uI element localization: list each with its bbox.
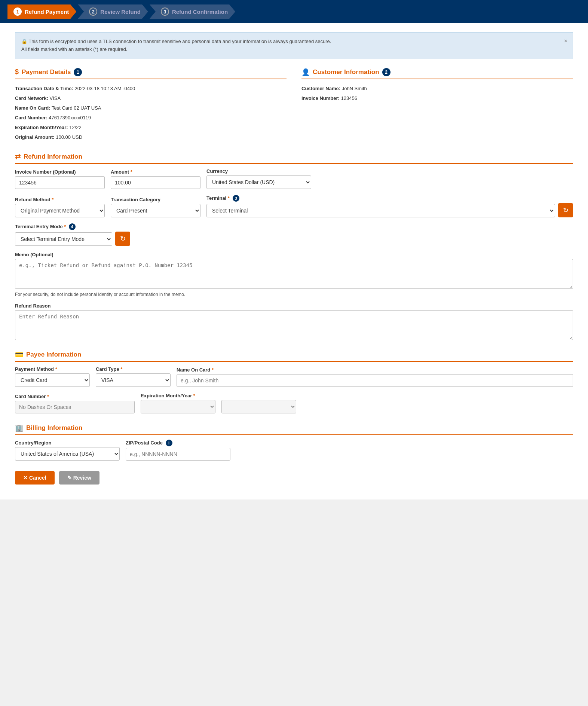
name-on-card-row: Name On Card: Test Card 02 UAT USA xyxy=(15,103,287,113)
exp-year-label xyxy=(221,393,296,398)
step-1: 1 Refund Payment xyxy=(7,4,76,19)
zip-input[interactable] xyxy=(126,448,230,461)
invoice-number-field-label: Invoice Number (Optional) xyxy=(15,169,105,175)
building-icon: 🏢 xyxy=(15,424,23,432)
refund-row-1: Invoice Number (Optional) Amount * Curre… xyxy=(15,168,573,189)
customer-info-table: Customer Name: JohN Smith Invoice Number… xyxy=(301,84,573,103)
amount-group: Amount * xyxy=(111,169,200,189)
currency-label: Currency xyxy=(206,168,311,174)
exp-year-select[interactable] xyxy=(221,400,296,413)
amount-label: Amount * xyxy=(111,169,200,175)
memo-row: Memo (Optional) For your security, do no… xyxy=(15,252,573,297)
terminal-label: Terminal * 3 xyxy=(206,195,573,202)
arrows-icon: ⇄ xyxy=(15,153,21,161)
billing-row-1: Country/Region United States of America … xyxy=(15,440,573,461)
entry-mode-info-badge: 4 xyxy=(69,223,76,230)
txn-date-row: Transaction Date & Time: 2022-03-18 10:1… xyxy=(15,84,287,94)
billing-info-title: Billing Information xyxy=(26,424,82,432)
top-info-row: $ Payment Details 1 Transaction Date & T… xyxy=(15,68,573,142)
payment-method-select[interactable]: Credit Card xyxy=(15,373,90,387)
amount-input[interactable] xyxy=(111,176,200,189)
country-group: Country/Region United States of America … xyxy=(15,440,120,461)
main-content: 🔒 This form is encrypted and uses a TLS … xyxy=(0,23,588,499)
card-network-label: Card Network: xyxy=(15,95,48,101)
exp-year-group xyxy=(221,393,296,413)
stepper-bar: 1 Refund Payment 2 Review Refund 3 Refun… xyxy=(0,0,588,23)
card-number-field-label: Card Number * xyxy=(15,394,135,399)
payee-info-section: 💳 Payee Information Payment Method * Cre… xyxy=(15,351,573,413)
payment-method-label: Payment Method * xyxy=(15,366,90,372)
refund-info-section: ⇄ Refund Information Invoice Number (Opt… xyxy=(15,153,573,340)
entry-mode-row: Select Terminal Entry Mode ↻ xyxy=(15,232,130,246)
step-1-num: 1 xyxy=(13,7,22,16)
close-alert-button[interactable]: × xyxy=(564,36,567,46)
name-on-card-field-label: Name On Card * xyxy=(177,367,573,373)
customer-name-label: Customer Name: xyxy=(301,86,340,91)
review-button[interactable]: ✎ Review xyxy=(59,471,99,485)
original-amount-value: 100.00 USD xyxy=(56,134,82,140)
dollar-icon: $ xyxy=(15,68,19,76)
invoice-number-input[interactable] xyxy=(15,176,105,189)
country-select[interactable]: United States of America (USA) xyxy=(15,447,120,461)
card-number-group: Card Number * xyxy=(15,394,135,413)
terminal-entry-mode-group: Terminal Entry Mode * 4 Select Terminal … xyxy=(15,223,130,246)
step-2-label: Review Refund xyxy=(100,9,141,15)
customer-info-badge: 2 xyxy=(382,68,391,76)
step-3-label: Refund Confirmation xyxy=(172,9,228,15)
card-type-group: Card Type * VISA xyxy=(96,366,171,387)
card-number-row: Card Number: 47617390xxxx0119 xyxy=(15,113,287,123)
payment-details-title: Payment Details xyxy=(22,68,71,76)
transaction-category-group: Transaction Category Card Present xyxy=(111,197,200,217)
card-network-row: Card Network: VISA xyxy=(15,94,287,103)
payment-details-col: $ Payment Details 1 Transaction Date & T… xyxy=(15,68,287,142)
customer-info-title: Customer Information xyxy=(313,68,379,76)
card-number-input[interactable] xyxy=(15,401,135,413)
memo-group: Memo (Optional) For your security, do no… xyxy=(15,252,573,297)
invoice-number-group: Invoice Number (Optional) xyxy=(15,169,105,189)
payment-details-header: $ Payment Details 1 xyxy=(15,68,287,79)
bottom-buttons: ✕ Cancel ✎ Review xyxy=(15,471,573,485)
refresh-terminal-button[interactable]: ↻ xyxy=(558,203,573,217)
refund-info-header: ⇄ Refund Information xyxy=(15,153,573,164)
invoice-number-row: Invoice Number: 123456 xyxy=(301,94,573,103)
refund-method-select[interactable]: Original Payment Method xyxy=(15,204,105,217)
exp-month-group: Expiration Month/Year * xyxy=(141,393,215,413)
name-on-card-value: Test Card 02 UAT USA xyxy=(52,105,101,111)
billing-info-header: 🏢 Billing Information xyxy=(15,424,573,435)
entry-mode-select[interactable]: Select Terminal Entry Mode xyxy=(15,232,112,246)
txn-date-value: 2022-03-18 10:13 AM -0400 xyxy=(74,86,135,91)
payee-row-2: Card Number * Expiration Month/Year * xyxy=(15,393,573,413)
card-type-select[interactable]: VISA xyxy=(96,373,171,387)
step-3: 3 Refund Confirmation xyxy=(150,4,235,19)
customer-name-value: JohN Smith xyxy=(342,86,367,91)
expiration-row: Expiration Month/Year: 12/22 xyxy=(15,123,287,132)
cancel-button[interactable]: ✕ Cancel xyxy=(15,471,55,485)
alert-box: 🔒 This form is encrypted and uses a TLS … xyxy=(15,32,573,59)
customer-info-col: 👤 Customer Information 2 Customer Name: … xyxy=(301,68,573,142)
currency-select[interactable]: United States Dollar (USD) xyxy=(206,175,311,189)
invoice-number-value: 123456 xyxy=(341,95,357,101)
person-icon: 👤 xyxy=(301,68,310,76)
refund-row-2: Refund Method * Original Payment Method … xyxy=(15,195,573,217)
refund-reason-textarea[interactable] xyxy=(15,310,573,340)
terminal-select[interactable]: Select Terminal xyxy=(206,204,555,217)
card-number-label: Card Number: xyxy=(15,115,48,120)
refund-method-group: Refund Method * Original Payment Method xyxy=(15,197,105,217)
payee-row-1: Payment Method * Credit Card Card Type *… xyxy=(15,366,573,387)
page-wrapper: 1 Refund Payment 2 Review Refund 3 Refun… xyxy=(0,0,588,499)
txn-category-select[interactable]: Card Present xyxy=(111,204,200,217)
exp-month-select[interactable] xyxy=(141,400,215,413)
currency-group: Currency United States Dollar (USD) xyxy=(206,168,311,189)
zip-info-badge: i xyxy=(166,440,172,446)
memo-textarea[interactable] xyxy=(15,259,573,289)
billing-info-section: 🏢 Billing Information Country/Region Uni… xyxy=(15,424,573,461)
refund-info-title: Refund Information xyxy=(24,153,82,161)
refresh-entry-mode-button[interactable]: ↻ xyxy=(115,232,130,246)
name-on-card-input[interactable] xyxy=(177,374,573,387)
payee-info-header: 💳 Payee Information xyxy=(15,351,573,362)
alert-line2: All fields marked with an asterisk (*) a… xyxy=(21,46,127,52)
zip-label: ZIP/Postal Code i xyxy=(126,440,230,446)
expiration-label: Expiration Month/Year: xyxy=(15,125,68,130)
expiration-value: 12/22 xyxy=(69,125,82,130)
original-amount-row: Original Amount: 100.00 USD xyxy=(15,132,287,142)
